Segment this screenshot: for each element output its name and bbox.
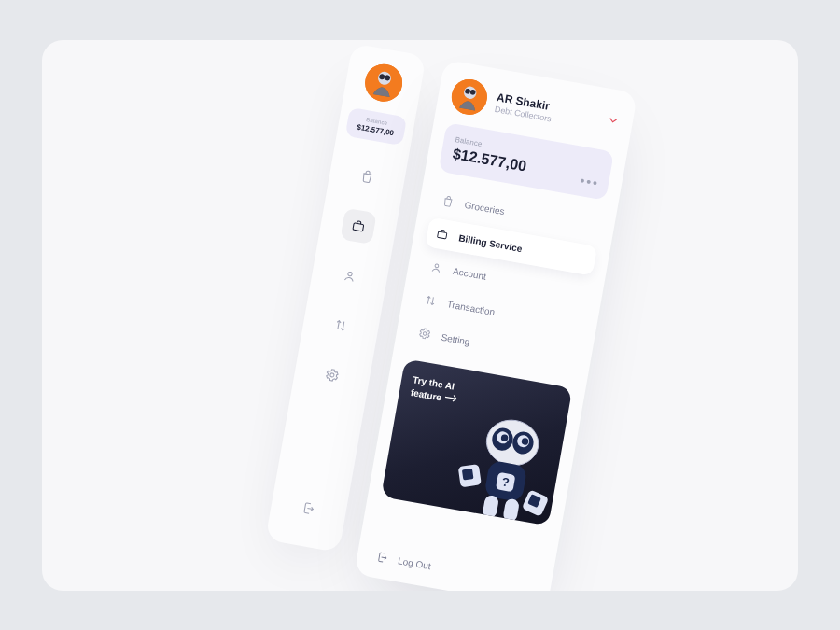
ai-promo-card[interactable]: Try the AI feature (381, 359, 572, 526)
nav-label: Transaction (447, 299, 497, 317)
bag-icon (441, 194, 455, 209)
svg-rect-30 (503, 498, 521, 523)
nav-label: Account (453, 266, 488, 282)
nav-label: Groceries (464, 200, 506, 217)
transfer-icon (332, 317, 350, 335)
balance-card-small: Balance $12.577,00 (345, 107, 407, 146)
logout-button[interactable]: Log Out (370, 540, 540, 591)
svg-point-6 (330, 373, 335, 378)
rail-logout-button[interactable] (290, 490, 327, 526)
nav-transaction-icon[interactable] (323, 307, 359, 343)
svg-point-12 (435, 264, 439, 268)
mockup-scene: Balance $12.577,00 (262, 44, 638, 591)
briefcase-icon (435, 227, 450, 242)
rail-nav (315, 159, 386, 394)
nav-account-icon[interactable] (331, 258, 368, 294)
user-icon (429, 260, 444, 275)
robot-illustration: ? (437, 395, 573, 526)
nav-label: Setting (441, 331, 471, 346)
logout-label: Log Out (398, 555, 432, 571)
expand-toggle[interactable] (605, 113, 621, 132)
svg-rect-29 (483, 495, 500, 519)
app-canvas: Balance $12.577,00 (42, 40, 798, 591)
balance-more-button[interactable]: ••• (580, 174, 601, 189)
avatar[interactable] (362, 62, 405, 105)
bag-icon (359, 168, 377, 186)
nav-billing-icon[interactable] (341, 208, 377, 245)
avatar[interactable] (449, 77, 490, 118)
user-icon (342, 268, 359, 286)
nav-label: Billing Service (458, 232, 524, 254)
logout-icon (375, 550, 390, 565)
svg-point-13 (423, 332, 427, 336)
nav-groceries-icon[interactable] (349, 159, 385, 195)
svg-point-5 (348, 272, 353, 276)
panel-nav: Groceries Billing Service Account Transa… (408, 184, 604, 375)
svg-rect-4 (353, 223, 364, 231)
gear-icon (417, 327, 432, 342)
gear-icon (324, 367, 342, 385)
nav-setting-icon[interactable] (315, 357, 351, 394)
svg-rect-11 (438, 231, 447, 239)
chevron-down-icon (606, 113, 621, 128)
svg-rect-26 (462, 469, 474, 481)
transfer-icon (424, 293, 439, 308)
logout-icon (301, 500, 318, 518)
briefcase-icon (350, 217, 368, 235)
